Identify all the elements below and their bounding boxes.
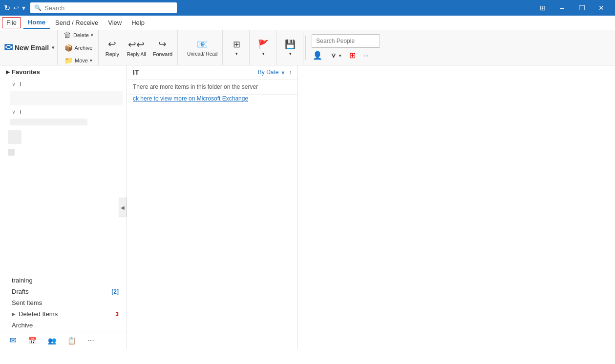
sidebar-sent[interactable]: Sent Items [0,297,127,308]
sidebar-item-1-label: I [20,81,21,88]
server-message: There are more items in this folder on t… [127,80,297,95]
close-button[interactable]: ✕ [592,0,611,16]
sidebar-drafts[interactable]: Drafts [2] [0,286,127,297]
grid-icon: ⊞ [233,39,240,50]
menu-send-receive[interactable]: Send / Receive [50,17,103,28]
nav-people-button[interactable]: 👥 [43,333,61,348]
calendar-nav-icon: 📅 [28,337,37,344]
archive-icon: 📦 [64,44,73,52]
sidebar-collapse-button[interactable]: ◀ [119,198,127,217]
title-search-input[interactable] [44,4,173,12]
sent-label: Sent Items [12,299,42,306]
reply-all-icon: ↩↩ [128,39,145,50]
fullscreen-button[interactable]: ⊞ [533,0,552,16]
ribbon-delete-group: 🗑 Delete ▾ 📦 Archive 📁 Move ▾ [59,30,99,65]
ribbon-unread-group: 📧 Unread/ Read [182,30,223,65]
email-list-header: IT By Date ∨ ↑ [127,65,297,80]
filter-button[interactable]: ⛛ ▾ [327,50,344,61]
ribbon-move2-group: 💾 ▾ [277,30,303,65]
sidebar-archive[interactable]: Archive [0,320,127,331]
restore-button[interactable]: ❐ [572,0,592,16]
new-email-icon: ✉ [4,41,13,54]
menu-view[interactable]: View [103,17,127,28]
menu-help[interactable]: Help [127,17,149,28]
search-icon: 🔍 [34,4,42,11]
menu-home[interactable]: Home [23,17,50,29]
reply-button[interactable]: ↩ Reply [102,34,123,62]
sidebar-item-2-label: I [20,108,21,116]
reply-all-button[interactable]: ↩↩ Reply All [124,34,149,62]
ribbon-view-group: ⊞ ▾ [224,30,250,65]
sidebar-deleted[interactable]: ▶ Deleted Items 3 [0,308,127,320]
redo-dropdown-icon[interactable]: ▾ [22,4,25,12]
archive-label: Archive [75,45,93,51]
more-options-button[interactable]: ··· [361,50,371,61]
reading-pane [298,65,615,349]
bottom-nav: ✉ 📅 👥 📋 ··· [0,331,127,349]
title-search-box[interactable]: 🔍 [30,2,177,13]
archive-button[interactable]: 📦 Archive [62,42,96,54]
sidebar-blurred-item-2 [10,119,87,125]
tags-button[interactable]: 🚩 ▾ [253,34,274,62]
app-layout: ▶ Favorites ∨ I ∨ I training Drafts [0,65,615,349]
drafts-badge: [2] [111,288,119,295]
new-email-dropdown-icon[interactable]: ▾ [51,45,55,50]
new-email-button[interactable]: ✉ New Email ▾ [4,34,55,62]
more-options-icon: ··· [363,52,368,59]
exchange-link-container: ck here to view more on Microsoft Exchan… [127,95,297,106]
chevron-down-icon-2: ∨ [12,109,16,115]
minimize-button[interactable]: – [552,0,572,16]
sidebar-blurred-item-3 [8,130,21,144]
exchange-link[interactable]: ck here to view more on Microsoft Exchan… [133,95,248,102]
favorites-label: Favorites [12,68,40,76]
drafts-label: Drafts [12,288,29,295]
sync-icon[interactable]: ↻ [4,3,10,13]
search-people-input[interactable] [316,38,376,44]
nav-mail-button[interactable]: ✉ [4,333,21,348]
move2-button[interactable]: 💾 ▾ [279,34,301,62]
search-people-box[interactable] [312,34,380,48]
more-nav-icon: ··· [87,336,94,345]
view-dropdown-icon[interactable]: ▾ [235,51,238,56]
sidebar-item-2[interactable]: ∨ I [0,106,127,118]
address-book-button[interactable]: 👤 [310,50,325,61]
reply-icon: ↩ [108,38,116,50]
move2-dropdown-icon[interactable]: ▾ [289,51,292,56]
ribbon-divider-1 [180,36,180,60]
unread-read-label: Unread/ Read [187,51,217,57]
filter-dropdown-icon[interactable]: ▾ [339,53,341,58]
sidebar-blurred-item-1 [10,91,123,105]
collapse-icon: ◀ [121,205,125,210]
categorize-button[interactable]: ⊞ [346,50,359,61]
delete-button[interactable]: 🗑 Delete ▾ [61,29,96,41]
undo-icon[interactable]: ↩ [13,4,19,12]
save-icon: 💾 [285,39,296,50]
delete-dropdown-icon[interactable]: ▾ [91,33,93,38]
menu-file[interactable]: File [2,17,21,28]
forward-button[interactable]: ↪ Forward [150,34,175,62]
sidebar-training[interactable]: training [0,275,127,286]
nav-tasks-button[interactable]: 📋 [63,333,80,348]
nav-more-button[interactable]: ··· [82,333,100,348]
view-button[interactable]: ⊞ ▾ [226,34,247,62]
email-list: IT By Date ∨ ↑ There are more items in t… [127,65,298,349]
favorites-header[interactable]: ▶ Favorites [0,65,127,79]
filter-icon: ⛛ [330,52,337,60]
sort-chevron-icon: ∨ [281,69,285,76]
move-button[interactable]: 📁 Move ▾ [62,55,95,66]
sidebar: ▶ Favorites ∨ I ∨ I training Drafts [0,65,127,349]
tasks-nav-icon: 📋 [67,337,76,344]
tags-dropdown-icon[interactable]: ▾ [262,51,265,56]
archive-sidebar-label: Archive [12,322,33,329]
deleted-badge: 3 [115,311,119,318]
delete-label: Delete [73,32,89,38]
ribbon-divider-2 [305,36,306,60]
sort-button[interactable]: By Date ∨ [258,69,285,76]
sidebar-item-1[interactable]: ∨ I [0,79,127,90]
unread-read-button[interactable]: 📧 Unread/ Read [184,34,220,62]
move-dropdown-icon[interactable]: ▾ [90,58,92,63]
sort-direction-icon[interactable]: ↑ [289,69,292,75]
move-label: Move [75,58,88,63]
favorites-chevron-icon: ▶ [6,69,10,75]
nav-calendar-button[interactable]: 📅 [23,333,41,348]
